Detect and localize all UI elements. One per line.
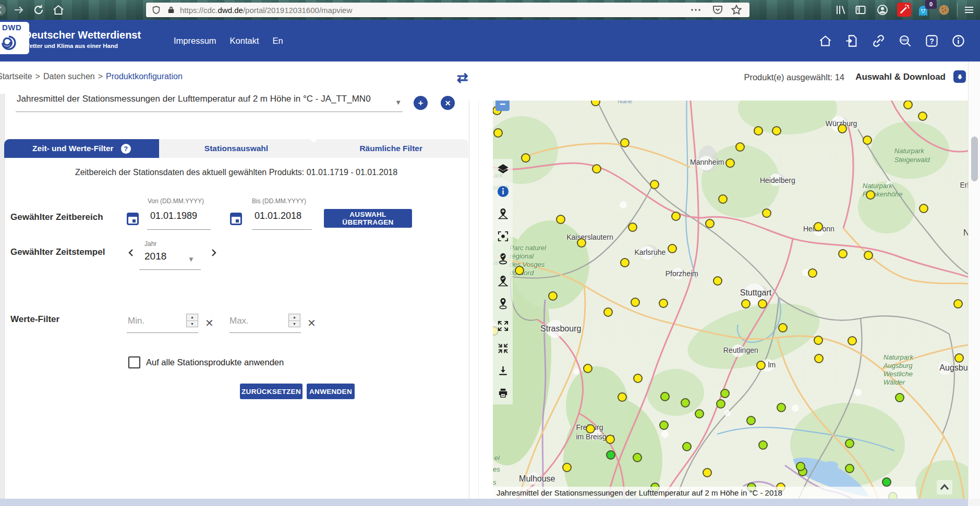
cdc-search-icon[interactable]: CDC: [898, 34, 912, 48]
bis-date-input[interactable]: 01.01.2018: [255, 211, 301, 221]
download-selection-label[interactable]: Auswahl & Download: [855, 72, 946, 82]
station-dot[interactable]: [808, 268, 817, 278]
station-dot[interactable]: [777, 403, 786, 412]
link-icon[interactable]: [872, 34, 886, 48]
station-dot[interactable]: [705, 219, 715, 228]
station-dot[interactable]: [631, 298, 640, 307]
station-dot[interactable]: [796, 462, 805, 471]
back-icon[interactable]: [0, 4, 6, 16]
station-dot[interactable]: [741, 299, 751, 308]
jahr-caret-icon[interactable]: ▼: [188, 255, 195, 263]
station-dot[interactable]: [515, 266, 524, 275]
scrollbar-thumb[interactable]: [971, 137, 978, 181]
url-text[interactable]: https://cdc.dwd.de/portal/201912031600/m…: [180, 6, 352, 15]
station-dot[interactable]: [953, 299, 963, 308]
forward-icon[interactable]: [13, 4, 25, 16]
tracking-shield-icon[interactable]: [151, 5, 161, 15]
browser-home-icon[interactable]: [52, 4, 65, 16]
station-dot[interactable]: [682, 442, 692, 451]
exit-fullscreen-icon[interactable]: [497, 342, 509, 354]
home-icon[interactable]: [818, 34, 832, 48]
print-icon[interactable]: [497, 387, 509, 399]
tab-stationsauswahl[interactable]: Stationsauswahl: [159, 139, 314, 158]
station-dot[interactable]: [671, 212, 681, 221]
zoom-out-button[interactable]: −: [495, 101, 510, 111]
station-dot[interactable]: [954, 353, 964, 363]
sidebar-icon[interactable]: [854, 4, 867, 16]
station-dot[interactable]: [633, 453, 642, 462]
station-dot[interactable]: [814, 336, 823, 345]
station-dot[interactable]: [778, 323, 788, 332]
max-clear-icon[interactable]: ✕: [307, 317, 316, 329]
chevron-down-icon[interactable]: ▼: [395, 98, 402, 106]
station-dot[interactable]: [756, 361, 766, 370]
panel-scroll-track[interactable]: [478, 101, 479, 499]
station-dot[interactable]: [650, 180, 659, 189]
nav-item-kontakt[interactable]: Kontakt: [230, 36, 259, 46]
station-dot[interactable]: [628, 223, 637, 232]
map-canvas[interactable]: NaheWürzburgNaturpark SteigerwaldErlaark…: [493, 101, 968, 506]
extension-wand-icon[interactable]: [897, 3, 911, 17]
nav-item-impressum[interactable]: Impressum: [174, 36, 216, 46]
station-dot[interactable]: [863, 135, 872, 145]
jahr-select-value[interactable]: 2018: [144, 251, 166, 262]
breadcrumb-item-daten-suchen[interactable]: Daten suchen: [43, 72, 95, 81]
data-access-icon[interactable]: [845, 34, 859, 48]
auswahl-uebertragen-button[interactable]: AUSWAHL ÜBERTRAGEN: [324, 209, 412, 228]
tab-help-icon[interactable]: ?: [121, 144, 131, 154]
swap-panels-icon[interactable]: ⇄: [455, 70, 470, 85]
min-stepper[interactable]: ▲▼: [186, 314, 198, 327]
url-bar[interactable]: https://cdc.dwd.de/portal/201912031600/m…: [146, 3, 749, 17]
horizontal-scrollbar[interactable]: [0, 499, 968, 506]
breadcrumb-item-startseite[interactable]: Startseite: [0, 72, 32, 81]
anwenden-button[interactable]: ANWENDEN: [307, 384, 355, 399]
min-input[interactable]: Min.: [128, 316, 144, 326]
station-dot[interactable]: [814, 354, 824, 363]
station-dot[interactable]: [659, 421, 669, 430]
focus-marker-icon[interactable]: [497, 230, 509, 242]
calendar-icon-von[interactable]: [127, 213, 139, 225]
layers-icon[interactable]: [497, 163, 509, 175]
legend-collapse-icon[interactable]: [937, 480, 952, 495]
chevron-right-icon[interactable]: [210, 249, 218, 257]
menu-icon[interactable]: [963, 4, 975, 16]
product-select[interactable]: Jahresmittel der Stationsmessungen der L…: [16, 95, 403, 112]
max-stepper[interactable]: ▲▼: [288, 314, 300, 327]
station-dot[interactable]: [848, 336, 857, 345]
station-dot[interactable]: [845, 464, 854, 473]
help-icon[interactable]: ?: [925, 34, 939, 48]
station-dot[interactable]: [659, 299, 668, 308]
station-dot[interactable]: [713, 276, 722, 286]
breadcrumb-item-produktkonfiguration[interactable]: Produktkonfiguration: [106, 72, 183, 81]
location-pin-icon[interactable]: [497, 298, 509, 310]
account-icon[interactable]: [876, 4, 889, 16]
station-dot[interactable]: [703, 468, 712, 477]
bookmark-star-icon[interactable]: [730, 4, 743, 16]
max-input[interactable]: Max.: [229, 316, 249, 326]
station-dot[interactable]: [618, 392, 627, 402]
station-dot[interactable]: [660, 392, 670, 401]
nav-item-en[interactable]: En: [273, 36, 283, 46]
station-dot[interactable]: [762, 208, 771, 218]
library-icon[interactable]: [834, 4, 847, 16]
station-dot[interactable]: [633, 374, 643, 383]
select-area-marker-icon[interactable]: [497, 275, 509, 287]
station-dot[interactable]: [586, 424, 595, 434]
tab-zeit-und-werte-filter[interactable]: Zeit- und Werte-Filter?: [4, 139, 159, 158]
station-dot[interactable]: [814, 222, 823, 231]
vertical-scrollbar[interactable]: [968, 61, 980, 506]
station-dot[interactable]: [746, 416, 756, 425]
select-marker-icon[interactable]: [497, 253, 509, 265]
product-remove-button[interactable]: ✕: [441, 96, 455, 110]
page-actions-icon[interactable]: [689, 4, 702, 16]
station-dot[interactable]: [725, 158, 735, 168]
calendar-icon-bis[interactable]: [230, 213, 242, 225]
download-selection-button[interactable]: [953, 70, 966, 83]
station-dot[interactable]: [838, 124, 847, 133]
station-dot[interactable]: [918, 112, 927, 121]
station-dot[interactable]: [695, 409, 704, 418]
info-icon[interactable]: [497, 186, 509, 198]
station-dot[interactable]: [718, 194, 728, 204]
von-date-input[interactable]: 01.01.1989: [150, 211, 197, 221]
station-dot[interactable]: [895, 393, 904, 402]
